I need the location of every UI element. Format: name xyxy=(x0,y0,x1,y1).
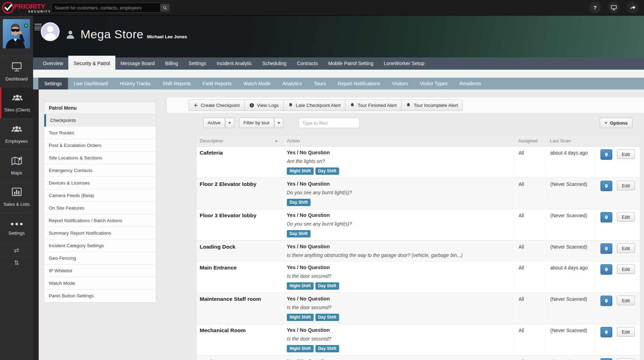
online-status-dot xyxy=(24,24,28,28)
tab-message-board[interactable]: Message Board xyxy=(115,57,160,70)
create-checkpoint-button[interactable]: Create Checkpoint xyxy=(189,100,245,111)
edit-button[interactable]: Edit xyxy=(617,243,635,253)
edit-button[interactable]: Edit xyxy=(617,212,635,222)
action-type: Yes / No Question xyxy=(287,243,513,250)
menu-item-ip-whitelist[interactable]: IP Whitelist xyxy=(44,265,156,277)
subtab-analytics[interactable]: Analytics xyxy=(277,78,308,89)
late-checkpoint-alert-button[interactable]: Late Checkpoint Alert xyxy=(284,100,345,111)
menu-item-incident-category-settings[interactable]: Incident Category Settings xyxy=(44,240,156,252)
client-avatar[interactable] xyxy=(41,22,60,41)
tab-overview[interactable]: Overview xyxy=(38,57,68,70)
table-row: Floor 3 Elevator lobby Yes / No Question… xyxy=(197,209,640,241)
sub-tab-bar: Settings Live Dashboard History Tracks S… xyxy=(33,78,644,89)
view-logs-button[interactable]: View Logs xyxy=(245,100,284,111)
subtab-residents[interactable]: Residents xyxy=(453,78,487,89)
subtab-visitor-types[interactable]: Visitor Types xyxy=(414,78,454,89)
edit-button[interactable]: Edit xyxy=(617,149,635,159)
shift-badge: Day Shift xyxy=(315,314,339,321)
menu-item-on-site-features[interactable]: On Site Features xyxy=(44,202,156,214)
menu-item-summary-report-notifications[interactable]: Summary Report Notifications xyxy=(44,227,156,240)
subtab-tours[interactable]: Tours xyxy=(308,78,332,89)
subtab-watch-mode[interactable]: Watch Mode xyxy=(238,78,277,89)
options-button[interactable]: Options xyxy=(600,118,632,128)
shift-badge: Day Shift xyxy=(287,199,310,206)
menu-item-geo-fencing[interactable]: Geo-Fencing xyxy=(44,252,156,265)
tab-scheduling[interactable]: Scheduling xyxy=(257,57,292,70)
action-question: Is there anything obstructing the way to… xyxy=(287,252,513,258)
checkpoints-table: Description Action Assigned Last Scan Ca… xyxy=(197,135,640,360)
map-pin-button[interactable] xyxy=(600,264,612,275)
sort-vertical-icon[interactable]: ⇅ xyxy=(0,256,33,269)
help-button[interactable]: ? xyxy=(589,2,601,13)
shift-badge: Day Shift xyxy=(315,282,339,290)
tab-settings[interactable]: Settings xyxy=(183,57,212,70)
column-header-description[interactable]: Description xyxy=(197,138,287,143)
share-arrow-icon xyxy=(630,5,636,11)
map-pin-button[interactable] xyxy=(600,243,612,254)
tour-incomplete-alert-button[interactable]: Tour Incomplete Alert xyxy=(401,100,463,111)
map-pin-button[interactable] xyxy=(600,181,612,191)
tour-finished-alert-button[interactable]: Tour Finished Alert xyxy=(345,100,401,111)
sidebar-item-settings[interactable]: Settings xyxy=(0,212,33,244)
menu-item-post-escalation-orders[interactable]: Post & Escalation Orders xyxy=(44,139,156,152)
edit-button[interactable]: Edit xyxy=(617,296,635,305)
menu-item-site-locations-sections[interactable]: Site Locations & Sections xyxy=(44,152,156,164)
tab-contracts[interactable]: Contracts xyxy=(292,57,323,70)
map-pin-button[interactable] xyxy=(600,296,612,306)
sidebar-item-maps[interactable]: Maps xyxy=(0,150,33,181)
menu-item-emergency-contacts[interactable]: Emergency Contacts xyxy=(44,164,156,177)
info-icon xyxy=(249,103,254,108)
map-pin-button[interactable] xyxy=(600,358,612,360)
search-input[interactable] xyxy=(52,5,160,10)
menu-item-camera-feeds[interactable]: Camera Feeds (Beta) xyxy=(44,189,156,202)
menu-item-watch-mode[interactable]: Watch Mode xyxy=(44,277,156,290)
subtab-visitors[interactable]: Visitors xyxy=(386,78,414,89)
chevron-down-icon xyxy=(225,118,234,128)
tab-billing[interactable]: Billing xyxy=(160,57,183,70)
subtab-field-reports[interactable]: Field Reports xyxy=(197,78,237,89)
tab-loneworker-setup[interactable]: LoneWorker Setup xyxy=(378,57,429,70)
menu-item-report-notifications-batch[interactable]: Report Notifications / Batch Actions xyxy=(44,214,156,227)
menu-item-panic-button-settings[interactable]: Panic Button Settings xyxy=(44,290,156,302)
subtab-shift-reports[interactable]: Shift Reports xyxy=(156,78,197,89)
search-button[interactable] xyxy=(160,4,169,11)
map-pin-button[interactable] xyxy=(600,327,612,337)
checkpoint-description: Main Entrance xyxy=(197,264,287,271)
status-filter-dropdown[interactable]: Active xyxy=(203,118,234,128)
edit-button[interactable]: Edit xyxy=(617,264,635,274)
page-title: Mega Store xyxy=(80,28,144,41)
menu-item-devices-licenses[interactable]: Devices & Licenses xyxy=(44,177,156,189)
subtab-live-dashboard[interactable]: Live Dashboard xyxy=(68,78,114,89)
map-pin-button[interactable] xyxy=(600,149,612,160)
tab-incident-analytic[interactable]: Incident Analytic xyxy=(212,57,257,70)
monitor-button[interactable] xyxy=(608,2,620,13)
sidebar-item-sites-client[interactable]: Sites (Client) xyxy=(0,87,33,118)
action-question: Do you see any burnt light(s)? xyxy=(287,189,513,196)
edit-button[interactable]: Edit xyxy=(617,358,635,360)
map-pin-button[interactable] xyxy=(600,212,612,222)
tab-mobile-patrol-setting[interactable]: Mobile Patrol Setting xyxy=(323,57,378,70)
column-header-last-scan: Last Scan xyxy=(546,138,595,143)
app-screen: PRIORITY SECURITY ? xyxy=(0,0,644,360)
share-button[interactable] xyxy=(627,2,638,13)
subtab-settings[interactable]: Settings xyxy=(38,78,68,89)
assigned-value: All xyxy=(513,296,546,321)
user-photo[interactable] xyxy=(3,19,30,48)
bar-chart-icon xyxy=(11,187,22,198)
subtab-history-tracks[interactable]: History Tracks xyxy=(114,78,157,89)
sidebar-item-sales-lists[interactable]: Sales & Lists xyxy=(0,181,33,212)
swap-horizontal-icon[interactable]: ⇄ xyxy=(0,244,33,256)
subtab-report-notifications[interactable]: Report Notifications xyxy=(332,78,386,89)
sidebar-item-employees[interactable]: Employees xyxy=(0,118,33,150)
text-filter-input[interactable] xyxy=(299,118,360,128)
table-row: Mechanical Room Yes / No Question Is the… xyxy=(197,324,640,355)
chevron-down-icon xyxy=(605,122,607,124)
sidebar-item-dashboard[interactable]: Dashboard xyxy=(0,56,33,87)
shift-badge: Day Shift xyxy=(315,167,339,175)
tab-security-patrol[interactable]: Security & Patrol xyxy=(68,56,115,70)
menu-item-tour-routes[interactable]: Tour Routes xyxy=(44,127,156,139)
edit-button[interactable]: Edit xyxy=(617,181,635,190)
edit-button[interactable]: Edit xyxy=(617,327,635,337)
tour-filter-dropdown[interactable]: Filter by tour xyxy=(239,118,283,128)
menu-item-checkpoints[interactable]: Checkpoints xyxy=(44,114,156,127)
